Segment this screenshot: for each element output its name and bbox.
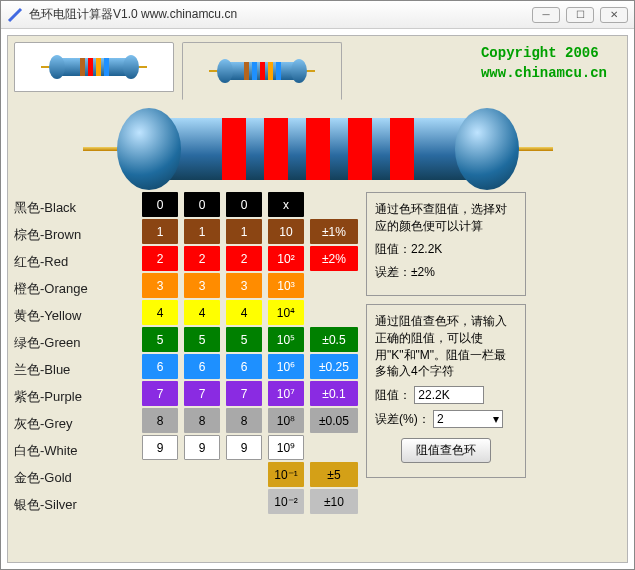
resistance-input[interactable]: 22.2K — [414, 386, 484, 404]
color-cell[interactable]: 2 — [142, 246, 178, 271]
window-title: 色环电阻计算器V1.0 www.chinamcu.cn — [29, 6, 532, 23]
color-cell[interactable]: 8 — [184, 408, 220, 433]
color-cell[interactable]: 2 — [184, 246, 220, 271]
color-cell[interactable]: ±0.05 — [310, 408, 358, 433]
color-cell[interactable]: 5 — [184, 327, 220, 352]
color-cell[interactable]: 10⁸ — [268, 408, 304, 433]
color-cell[interactable]: 4 — [184, 300, 220, 325]
result-resistance: 22.2K — [411, 242, 442, 256]
tab-5band[interactable] — [182, 42, 342, 100]
color-cell[interactable]: ±0.1 — [310, 381, 358, 406]
color-cell[interactable]: 10⁹ — [268, 435, 304, 460]
color-cell[interactable]: 10⁵ — [268, 327, 304, 352]
color-label: 黄色-Yellow — [14, 302, 134, 329]
color-cell[interactable]: 4 — [226, 300, 262, 325]
color-label: 棕色-Brown — [14, 221, 134, 248]
color-cell[interactable]: ±10 — [310, 489, 358, 514]
color-label: 灰色-Grey — [14, 410, 134, 437]
color-cell[interactable]: 4 — [142, 300, 178, 325]
color-label: 银色-Silver — [14, 491, 134, 518]
color-label: 紫色-Purple — [14, 383, 134, 410]
color-cell[interactable]: ±0.5 — [310, 327, 358, 352]
color-cell[interactable]: 9 — [184, 435, 220, 460]
color-label: 橙色-Orange — [14, 275, 134, 302]
color-cell[interactable]: 10² — [268, 246, 304, 271]
color-label: 白色-White — [14, 437, 134, 464]
color-cell[interactable]: 10⁻² — [268, 489, 304, 514]
color-cell[interactable]: 3 — [226, 273, 262, 298]
color-labels: 黑色-Black棕色-Brown红色-Red橙色-Orange黄色-Yellow… — [14, 192, 134, 518]
color-cell[interactable]: 10⁶ — [268, 354, 304, 379]
lookup-desc: 通过阻值查色环，请输入正确的阻值，可以使用"K"和"M"。阻值一栏最多输入4个字… — [375, 313, 517, 380]
tab-4band[interactable] — [14, 42, 174, 92]
color-cell[interactable]: 0 — [184, 192, 220, 217]
resistor-display — [14, 118, 621, 180]
color-cell[interactable]: ±5 — [310, 462, 358, 487]
color-cell[interactable]: 3 — [184, 273, 220, 298]
color-label: 兰色-Blue — [14, 356, 134, 383]
color-cell[interactable]: 7 — [226, 381, 262, 406]
color-cell[interactable]: 10⁴ — [268, 300, 304, 325]
color-cell[interactable]: 3 — [142, 273, 178, 298]
color-cell[interactable]: 1 — [142, 219, 178, 244]
color-cell[interactable]: 9 — [142, 435, 178, 460]
lookup-box: 通过阻值查色环，请输入正确的阻值，可以使用"K"和"M"。阻值一栏最多输入4个字… — [366, 304, 526, 478]
result-box: 通过色环查阻值，选择对应的颜色便可以计算 阻值：22.2K 误差：±2% — [366, 192, 526, 296]
color-cell[interactable]: 6 — [226, 354, 262, 379]
color-cell[interactable]: 10³ — [268, 273, 304, 298]
color-cell[interactable]: 1 — [226, 219, 262, 244]
color-cell[interactable]: 8 — [226, 408, 262, 433]
minimize-button[interactable]: ─ — [532, 7, 560, 23]
result-tolerance: ±2% — [411, 265, 435, 279]
copyright-line2: www.chinamcu.cn — [481, 64, 607, 84]
color-cell[interactable]: 2 — [226, 246, 262, 271]
lookup-button[interactable]: 阻值查色环 — [401, 438, 491, 463]
copyright-text: Copyright 2006 www.chinamcu.cn — [481, 44, 607, 83]
svg-line-0 — [9, 9, 21, 21]
color-cell[interactable]: 10⁻¹ — [268, 462, 304, 487]
color-label: 红色-Red — [14, 248, 134, 275]
color-cell[interactable]: 8 — [142, 408, 178, 433]
app-icon — [7, 7, 23, 23]
color-cell[interactable]: 10 — [268, 219, 304, 244]
color-label: 金色-Gold — [14, 464, 134, 491]
color-cell[interactable]: 7 — [142, 381, 178, 406]
result-desc: 通过色环查阻值，选择对应的颜色便可以计算 — [375, 201, 517, 235]
color-cell[interactable]: 1 — [184, 219, 220, 244]
color-cell[interactable]: ±1% — [310, 219, 358, 244]
color-cell[interactable]: ±2% — [310, 246, 358, 271]
color-cell[interactable]: 5 — [142, 327, 178, 352]
copyright-line1: Copyright 2006 — [481, 44, 607, 64]
color-label: 黑色-Black — [14, 194, 134, 221]
color-cell[interactable]: x — [268, 192, 304, 217]
tolerance-select[interactable]: 2▾ — [433, 410, 503, 428]
close-button[interactable]: ✕ — [600, 7, 628, 23]
color-cell[interactable]: 6 — [142, 354, 178, 379]
color-cell[interactable]: 9 — [226, 435, 262, 460]
chevron-down-icon: ▾ — [493, 412, 499, 426]
color-cell[interactable]: 10⁷ — [268, 381, 304, 406]
color-chart[interactable]: 012345678901234567890123456789x1010²10³1… — [142, 192, 358, 518]
maximize-button[interactable]: ☐ — [566, 7, 594, 23]
color-cell[interactable]: 0 — [226, 192, 262, 217]
color-cell[interactable]: 5 — [226, 327, 262, 352]
titlebar: 色环电阻计算器V1.0 www.chinamcu.cn ─ ☐ ✕ — [1, 1, 634, 29]
color-cell[interactable]: 7 — [184, 381, 220, 406]
color-cell[interactable]: 6 — [184, 354, 220, 379]
color-cell[interactable]: 0 — [142, 192, 178, 217]
color-cell[interactable]: ±0.25 — [310, 354, 358, 379]
color-label: 绿色-Green — [14, 329, 134, 356]
